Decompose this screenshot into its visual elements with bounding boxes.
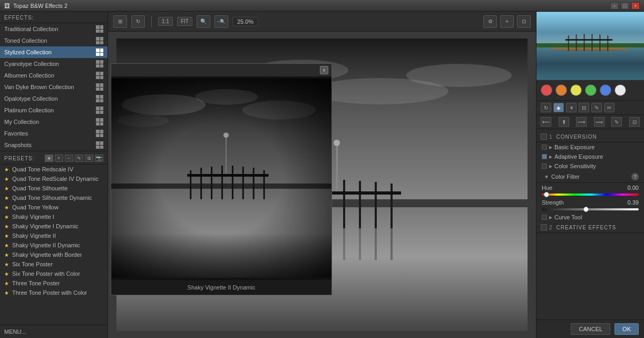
color-sensitivity-row[interactable]: ▶ Color Sensitivity: [536, 161, 644, 171]
preset-copy-button[interactable]: ⧉: [85, 154, 93, 162]
sidebar-item-favorites[interactable]: Favorites: [0, 128, 108, 139]
svg-rect-54: [576, 34, 577, 51]
sidebar-item-snapshots[interactable]: Snapshots: [0, 139, 108, 151]
fullscreen-button[interactable]: ⊡: [517, 15, 531, 28]
popup-close-button[interactable]: ×: [320, 66, 328, 74]
preset-delete-button[interactable]: −: [65, 154, 73, 162]
list-item[interactable]: ★Three Tone Poster with Color: [0, 288, 108, 297]
control-toggle: [542, 163, 547, 169]
preset-edit-button[interactable]: ✎: [75, 154, 83, 162]
sidebar-item-vandyke[interactable]: Van Dyke Brown Collection: [0, 81, 108, 93]
arrow-left[interactable]: ⟵: [541, 117, 551, 127]
zoom-fit-button[interactable]: FIT: [177, 17, 192, 26]
sidebar-item-mycollection[interactable]: My Collection: [0, 116, 108, 128]
list-item[interactable]: ★Three Tone Poster: [0, 278, 108, 288]
color-circle-green[interactable]: [585, 84, 597, 96]
svg-rect-28: [391, 226, 393, 260]
maximize-button[interactable]: □: [621, 2, 629, 9]
list-item[interactable]: ★Six Tone Poster: [0, 259, 108, 269]
preset-tools: ★ + − ✎ ⧉ 📷: [45, 154, 103, 162]
list-item[interactable]: ★Quad Tone Redscale IV: [0, 165, 108, 174]
zoom-out-button[interactable]: −🔍: [214, 15, 228, 28]
hue-slider[interactable]: [542, 194, 639, 196]
refresh-button[interactable]: ↻: [131, 15, 145, 28]
svg-rect-47: [111, 79, 331, 278]
list-item[interactable]: ★Quad Tone Silhouette: [0, 184, 108, 193]
add-button[interactable]: +: [500, 15, 514, 28]
panel-arrow-row: ⟵ ⬆ ⟶ ⟹ ✎ ⊡: [536, 115, 644, 129]
grid-icon: [96, 72, 103, 79]
sidebar-item-albumen[interactable]: Albumen Collection: [0, 70, 108, 81]
panel-icon-active[interactable]: ◈: [553, 103, 564, 112]
grid-view-button[interactable]: ⊞: [113, 15, 127, 28]
arrow-right2[interactable]: ⟹: [594, 117, 604, 127]
adaptive-exposure-row[interactable]: ▶ Adaptive Exposure: [536, 152, 644, 161]
svg-point-19: [334, 140, 340, 146]
panel-icon-extra[interactable]: ✎: [611, 117, 622, 127]
toolbar-right: ⚙ + ⊡: [483, 15, 531, 28]
sidebar-item-cyanotype[interactable]: Cyanotype Collection: [0, 58, 108, 70]
close-button[interactable]: ×: [631, 2, 640, 9]
control-toggle: [542, 144, 547, 150]
svg-rect-26: [359, 222, 361, 260]
list-item[interactable]: ★Shaky Vignette I: [0, 212, 108, 221]
sidebar-item-stylized[interactable]: Stylized Collection: [0, 46, 108, 58]
color-circle-yellow[interactable]: [570, 84, 582, 96]
preview-thumbnail: [536, 12, 644, 80]
strength-slider[interactable]: [542, 208, 639, 210]
list-item[interactable]: ★Shaky Vignette I Dynamic: [0, 221, 108, 231]
list-item[interactable]: ★Quad Tone Yellow: [0, 202, 108, 212]
minimize-button[interactable]: −: [610, 2, 619, 9]
curve-tool-row[interactable]: ▶ Curve Tool: [536, 213, 644, 222]
panel-icon-sun[interactable]: ☀: [566, 103, 577, 112]
hue-slider-thumb[interactable]: [544, 192, 549, 197]
list-item[interactable]: ★Shaky Vignette with Border: [0, 250, 108, 259]
panel-icon-compare[interactable]: ⊟: [579, 103, 589, 112]
list-item[interactable]: ★Quad Tone Silhouette Dynamic: [0, 193, 108, 202]
zoom-in-button[interactable]: 🔍: [197, 15, 210, 28]
zoom-1-1-button[interactable]: 1:1: [158, 17, 173, 26]
sidebar-item-label: Favorites: [4, 130, 28, 137]
color-circle-white[interactable]: [614, 84, 626, 96]
bottom-bar: CANCEL OK: [536, 320, 644, 338]
color-filter-help-button[interactable]: ?: [631, 173, 639, 180]
grid-icon: [96, 118, 103, 125]
panel-icon-exposure[interactable]: ↻: [541, 103, 551, 112]
color-filter-header[interactable]: ▼ Color Filter ?: [536, 171, 644, 183]
color-circle-blue[interactable]: [600, 84, 611, 96]
panel-icon-pen[interactable]: ✏: [604, 103, 614, 112]
strength-slider-thumb[interactable]: [583, 207, 589, 212]
color-circle-red[interactable]: [541, 84, 552, 96]
ok-button[interactable]: OK: [614, 323, 639, 335]
cancel-button[interactable]: CANCEL: [571, 323, 610, 335]
arrow-up[interactable]: ⬆: [559, 117, 569, 127]
color-circle-orange[interactable]: [555, 84, 567, 96]
sidebar-item-traditional[interactable]: Traditional Collection: [0, 23, 108, 35]
popup-image: [111, 76, 331, 280]
list-item[interactable]: ★Six Tone Poster with Color: [0, 269, 108, 278]
svg-rect-55: [584, 34, 585, 51]
sidebar-item-toned[interactable]: Toned Collection: [0, 35, 108, 46]
arrow-right[interactable]: ⟶: [576, 117, 587, 127]
preset-add-button[interactable]: +: [55, 154, 63, 162]
sidebar-item-opalotype[interactable]: Opalotype Collection: [0, 93, 108, 104]
settings-button[interactable]: ⚙: [483, 15, 497, 28]
sidebar-item-platinum[interactable]: Platinum Collection: [0, 104, 108, 116]
creative-effects-section-header[interactable]: 2 CREATIVE EFFECTS: [536, 222, 644, 233]
list-item[interactable]: ★Shaky Vignette II: [0, 231, 108, 240]
menu-button[interactable]: MENU...: [0, 325, 108, 338]
sidebar-item-label: My Collection: [4, 119, 39, 125]
sidebar-item-label: Toned Collection: [4, 37, 47, 44]
basic-exposure-row[interactable]: ▶ Basic Exposure: [536, 142, 644, 152]
list-item[interactable]: ★Quad Tone RedScale IV Dynamic: [0, 174, 108, 184]
preset-label: Shaky Vignette I: [12, 214, 54, 220]
preset-camera-button[interactable]: 📷: [95, 154, 103, 162]
svg-rect-51: [552, 47, 628, 50]
grid-icon: [96, 107, 103, 114]
preset-star-button[interactable]: ★: [45, 154, 53, 162]
conversion-section-header[interactable]: 1 CONVERSION: [536, 131, 644, 142]
list-item[interactable]: ★Shaky Vignette II Dynamic: [0, 240, 108, 250]
panel-icon-resize[interactable]: ⊡: [629, 117, 640, 127]
sidebar-item-label: Traditional Collection: [4, 26, 58, 32]
panel-icon-brush[interactable]: ✎: [591, 103, 602, 112]
